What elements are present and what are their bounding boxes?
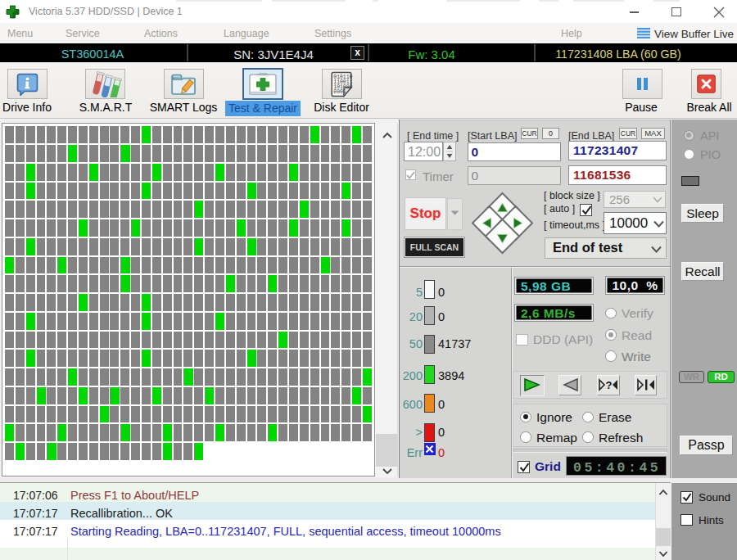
svg-text:?: ? bbox=[606, 379, 613, 391]
svg-text:0001: 0001 bbox=[333, 89, 346, 95]
